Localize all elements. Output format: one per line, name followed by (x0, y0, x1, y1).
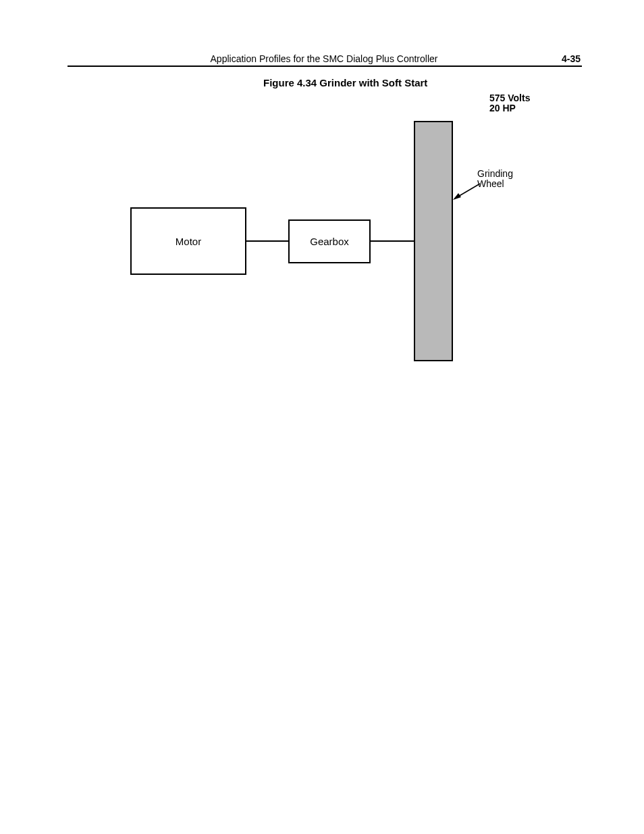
motor-label: Motor (176, 236, 201, 247)
spec-hp: 20 HP (489, 103, 530, 113)
gearbox-box: Gearbox (288, 219, 371, 263)
running-header-title: Application Profiles for the SMC Dialog … (68, 53, 581, 64)
figure-caption: Figure 4.34 Grinder with Soft Start (263, 77, 427, 88)
page-number: 4-35 (562, 53, 581, 64)
svg-line-0 (457, 184, 480, 197)
header-rule (68, 66, 582, 67)
motor-box: Motor (130, 207, 246, 275)
grinding-wheel-box (414, 121, 453, 361)
gearbox-label: Gearbox (310, 236, 349, 247)
arrow-icon (453, 182, 485, 201)
svg-marker-1 (453, 193, 461, 200)
connector-motor-gearbox (246, 240, 288, 242)
grinding-wheel-label-line1: Grinding (477, 169, 513, 179)
connector-gearbox-wheel (371, 240, 414, 242)
spec-label: 575 Volts 20 HP (489, 93, 530, 114)
spec-voltage: 575 Volts (489, 93, 530, 103)
page: Application Profiles for the SMC Dialog … (0, 0, 644, 834)
